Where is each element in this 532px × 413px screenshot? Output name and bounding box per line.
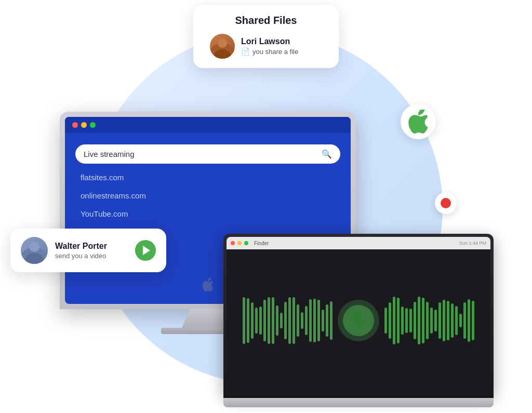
shared-files-user: Lori Lawson 📄 you share a file	[210, 34, 322, 59]
waveform-bar	[393, 297, 395, 344]
apple-badge	[401, 104, 436, 139]
macbook-maximize-dot	[244, 241, 248, 245]
suggestion-1[interactable]: flatsites.com	[81, 173, 351, 182]
lori-lawson-info: Lori Lawson 📄 you share a file	[241, 37, 298, 56]
waveform-bar	[255, 308, 258, 334]
imac-titlebar	[65, 117, 351, 133]
macbook-minimize-dot	[237, 241, 242, 245]
lori-lawson-avatar	[210, 34, 235, 59]
waveform-bar	[422, 298, 424, 343]
waveform-bar	[389, 302, 391, 339]
waveform-bar	[455, 306, 458, 335]
notification-message: send you a video	[55, 252, 128, 260]
waveform-bar	[317, 300, 320, 341]
imac-maximize-dot	[90, 122, 96, 128]
waveform-bar	[288, 297, 291, 344]
microphone-icon	[351, 311, 366, 330]
waveform-bar	[397, 298, 400, 344]
imac-minimize-dot	[81, 122, 87, 128]
waveform-bar	[459, 314, 462, 327]
waveform-bar	[409, 309, 412, 332]
waveform-bar	[472, 301, 474, 340]
suggestion-3[interactable]: YouTube.com	[81, 209, 351, 218]
waveform-bar	[305, 306, 308, 336]
waveform-bar	[405, 308, 408, 333]
imac-search-input[interactable]: Live streaming	[84, 150, 316, 158]
waveform-bar	[447, 301, 449, 340]
waveform-bar	[313, 299, 316, 342]
waveform-bar	[292, 297, 295, 344]
imac-search-icon: 🔍	[322, 149, 332, 159]
macbook-laptop: Finder Sun 1:44 PM	[223, 234, 494, 407]
imac-close-dot	[72, 122, 78, 128]
waveform-bar	[272, 297, 274, 344]
waveform-bar	[451, 303, 454, 337]
waveform-bar	[401, 307, 404, 335]
imac-search-bar[interactable]: Live streaming 🔍	[75, 144, 340, 164]
svg-point-1	[218, 38, 227, 48]
waveform-bar	[297, 304, 299, 337]
notification-card: Walter Porter send you a video	[10, 229, 166, 272]
waveform-bar	[418, 297, 420, 344]
macbook-close-dot	[231, 241, 235, 245]
macbook-finder-bar: Finder Sun 1:44 PM	[227, 237, 490, 249]
macbook-time: Sun 1:44 PM	[459, 241, 486, 246]
macbook-screen: Finder Sun 1:44 PM	[227, 237, 490, 392]
record-dot-icon	[441, 198, 451, 208]
waveform-bar	[259, 307, 262, 335]
waveform-bar	[426, 302, 429, 340]
macbook-audio-area	[227, 249, 490, 392]
waveform-bar	[443, 300, 445, 341]
waveform-right	[384, 289, 474, 352]
waveform-bar	[247, 298, 249, 342]
notification-info: Walter Porter send you a video	[55, 242, 128, 260]
waveform-bar	[301, 312, 303, 329]
macbook-base	[223, 398, 494, 407]
walter-porter-avatar	[21, 237, 48, 264]
mic-circle	[338, 300, 379, 341]
waveform-bar	[280, 313, 283, 328]
waveform-bar	[463, 302, 466, 339]
waveform-bar	[438, 302, 441, 338]
macbook-screen-bezel: Finder Sun 1:44 PM	[223, 234, 494, 395]
waveform-bar	[284, 302, 287, 339]
waveform-bar	[322, 310, 324, 332]
file-icon: 📄	[241, 47, 250, 56]
suggestion-2[interactable]: onlinestreams.com	[81, 191, 351, 200]
notification-sender-name: Walter Porter	[55, 242, 128, 251]
waveform-bar	[414, 302, 416, 339]
svg-point-4	[29, 242, 39, 252]
waveform-bar	[263, 300, 266, 341]
apple-logo-icon	[408, 110, 428, 134]
waveform-bar	[268, 297, 270, 344]
shared-files-title: Shared Files	[210, 15, 322, 26]
lori-lawson-action: 📄 you share a file	[241, 47, 298, 56]
lori-lawson-name: Lori Lawson	[241, 37, 298, 46]
waveform-bar	[330, 301, 332, 340]
svg-rect-6	[355, 311, 362, 322]
mic-inner	[343, 305, 374, 336]
waveform-bar	[468, 299, 470, 342]
waveform-bar	[309, 299, 312, 342]
waveform-bar	[434, 310, 437, 331]
imac-apple-logo	[202, 278, 214, 294]
notification-play-button[interactable]	[135, 240, 156, 261]
macbook-finder-title: Finder	[254, 241, 269, 246]
waveform-bar	[430, 308, 433, 334]
play-icon	[143, 246, 150, 255]
waveform-bar	[384, 308, 387, 334]
waveform-left	[243, 289, 332, 352]
waveform-bar	[243, 297, 245, 344]
imac-suggestions: flatsites.com onlinestreams.com YouTube.…	[81, 173, 351, 218]
waveform-bar	[251, 302, 254, 339]
waveform-bar	[276, 305, 278, 336]
shared-files-card: Shared Files Lori Lawson 📄 you share a f…	[193, 5, 339, 68]
waveform-bar	[326, 304, 328, 337]
record-button[interactable]	[435, 192, 457, 214]
